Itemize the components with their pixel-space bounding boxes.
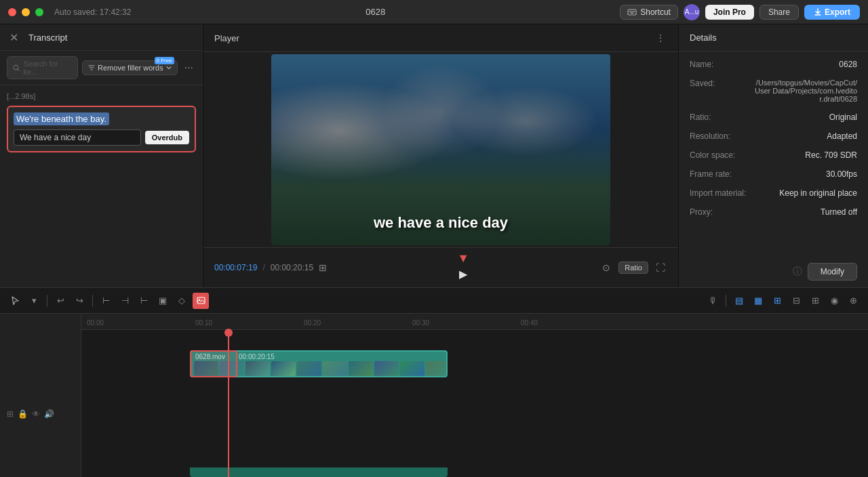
detail-import: Import material: Keep in original place	[690, 188, 857, 198]
details-panel: Details Name: 0628 Saved: /Users/topgus/…	[678, 24, 868, 287]
framerate-label: Frame rate:	[690, 169, 751, 179]
top-bar: Auto saved: 17:42:32 0628 Shortcut A...u…	[0, 0, 868, 24]
join-pro-button[interactable]: Join Pro	[705, 5, 754, 20]
redo-button[interactable]: ↪	[71, 293, 87, 309]
search-placeholder: Search for ke...	[24, 60, 73, 76]
track-ctrl-row: ⊞ 🔒 👁 🔊	[0, 405, 81, 423]
close-window-btn[interactable]	[8, 8, 16, 16]
ruler-mark-2: 00:20	[304, 319, 321, 327]
select-dropdown[interactable]: ▾	[26, 293, 42, 309]
modify-row: ⓘ Modify	[679, 256, 868, 287]
lock-icon[interactable]: 🔒	[18, 409, 28, 419]
maximize-window-btn[interactable]	[35, 8, 43, 16]
share-button[interactable]: Share	[760, 5, 799, 20]
marker-button[interactable]: ◇	[174, 293, 190, 309]
search-box[interactable]: Search for ke...	[7, 56, 78, 79]
separator-1	[47, 295, 47, 307]
play-button[interactable]: ▶	[454, 264, 473, 283]
split-tool-button[interactable]: ⊢	[98, 293, 114, 309]
overdub-input[interactable]	[14, 129, 141, 146]
project-title: 0628	[366, 7, 385, 17]
eye-icon[interactable]: 👁	[32, 409, 40, 419]
svg-rect-6	[197, 297, 205, 304]
ruler-mark-3: 00:30	[412, 319, 429, 327]
transcript-content: [...2.98s] We're beneath the bay. Overdu…	[0, 85, 203, 287]
undo-button[interactable]: ↩	[52, 293, 68, 309]
thumb-10	[426, 361, 448, 376]
image-tool-button[interactable]	[193, 293, 209, 309]
pip-icon[interactable]: ⊞	[7, 409, 14, 419]
avatar[interactable]: A...u	[684, 4, 700, 20]
thumb-6	[323, 361, 347, 376]
overdub-row: Overdub	[14, 129, 189, 146]
shortcut-button[interactable]: Shortcut	[620, 5, 678, 20]
remove-filler-button[interactable]: 0 Free Remove filler words	[82, 60, 178, 75]
detail-framerate: Frame rate: 30.00fps	[690, 169, 857, 179]
total-time: 00:00:20:15	[271, 263, 313, 272]
track-name: 0628.mov	[195, 353, 225, 360]
timeline-area: ▾ ↩ ↪ ⊢ ⊣ ⊢ ▣ ◇ 🎙 ▤ ▦ ⊞ ⊟ ⊞ ◉ ⊕ ⊞	[0, 287, 868, 477]
minimize-window-btn[interactable]	[22, 8, 30, 16]
cursor-icon	[11, 296, 20, 305]
export-label: Export	[825, 7, 850, 17]
detail-proxy: Proxy: Turned off	[690, 207, 857, 217]
fullscreen-icon[interactable]: ⛶	[654, 261, 667, 274]
ruler-mark-4: 00:40	[521, 319, 538, 327]
crop-button[interactable]: ▣	[155, 293, 171, 309]
screenshot-icon[interactable]: ⊙	[599, 261, 613, 274]
search-icon	[13, 64, 20, 72]
image-icon	[197, 296, 205, 305]
detail-name: Name: 0628	[690, 60, 857, 69]
export-button[interactable]: Export	[804, 5, 860, 20]
ruler-mark-1: 00:10	[195, 319, 212, 327]
add-track-button[interactable]: ⊕	[845, 293, 861, 309]
color-button[interactable]: ◉	[826, 293, 842, 309]
player-panel: Player ⋮ we have a nice day 00:00:07:19 …	[203, 24, 678, 287]
video-track[interactable]: 0628.mov 00:00:20:15	[190, 350, 448, 377]
thumb-4	[271, 361, 296, 376]
track-button[interactable]: ⊞	[769, 293, 785, 309]
split-audio-button[interactable]: ⊟	[788, 293, 804, 309]
audio-track-icon[interactable]: 🔊	[44, 409, 54, 419]
svg-point-5	[14, 65, 18, 70]
detail-saved: Saved: /Users/topgus/Movies/CapCut/User …	[690, 79, 857, 103]
video-subtitle: we have a nice day	[374, 214, 508, 232]
info-icon[interactable]: ⓘ	[793, 266, 802, 278]
modify-button[interactable]: Modify	[808, 263, 857, 281]
more-options-button[interactable]: ···	[182, 62, 196, 74]
framerate-value: 30.00fps	[751, 169, 857, 179]
colorspace-label: Color space:	[690, 150, 751, 160]
timeline-track-area: ⊞ 🔒 👁 🔊 00:00 00:10 00:20 00:30 00:40 06…	[0, 314, 868, 477]
trim-left-button[interactable]: ⊣	[117, 293, 133, 309]
details-title: Details	[679, 24, 868, 51]
svg-rect-1	[629, 11, 631, 12]
trim-right-button[interactable]: ⊢	[136, 293, 152, 309]
video-track-button[interactable]: ▤	[731, 293, 747, 309]
svg-rect-3	[633, 11, 635, 12]
proxy-label: Proxy:	[690, 207, 751, 217]
window-controls: Auto saved: 17:42:32	[8, 7, 131, 17]
close-transcript-button[interactable]: ✕	[9, 31, 22, 43]
details-content: Name: 0628 Saved: /Users/topgus/Movies/C…	[679, 51, 868, 256]
transcript-tools: Search for ke... 0 Free Remove filler wo…	[0, 51, 203, 85]
track-lanes: 0628.mov 00:00:20:15	[81, 330, 868, 477]
thumb-1	[194, 361, 218, 376]
overdub-button[interactable]: Overdub	[145, 131, 189, 144]
time-label: [...2.98s]	[7, 92, 196, 100]
name-value: 0628	[751, 60, 857, 69]
timeline-tracks: 00:00 00:10 00:20 00:30 00:40 0628.mov 0…	[81, 314, 868, 477]
ratio-button[interactable]: Ratio	[618, 262, 648, 274]
player-menu-icon[interactable]: ⋮	[654, 31, 667, 45]
transcript-title: Transcript	[28, 33, 67, 43]
saved-value: /Users/topgus/Movies/CapCut/User Data/Pr…	[751, 79, 857, 103]
b-roll-button[interactable]: ▦	[750, 293, 766, 309]
select-tool-button[interactable]	[7, 293, 23, 309]
grid-icon[interactable]: ⊞	[319, 262, 327, 273]
import-label: Import material:	[690, 188, 751, 198]
filter-icon	[88, 64, 95, 71]
audio-button[interactable]: 🎙	[705, 293, 721, 309]
transcript-highlighted-text[interactable]: We're beneath the bay.	[14, 112, 109, 125]
merge-button[interactable]: ⊞	[807, 293, 823, 309]
playhead-control: ▼ ▶	[454, 252, 473, 283]
svg-rect-4	[631, 12, 634, 14]
